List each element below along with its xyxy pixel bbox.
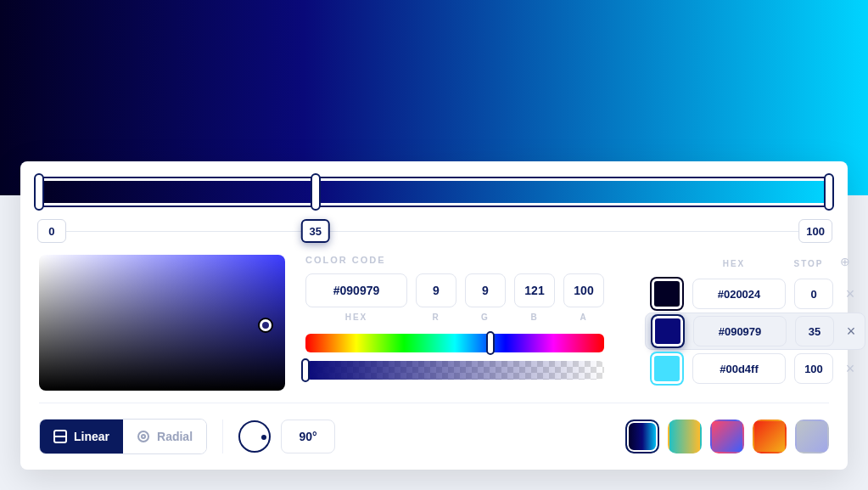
- ruler-marker-end[interactable]: 100: [798, 219, 832, 243]
- b-sublabel: B: [514, 313, 555, 322]
- gradient-handle-35[interactable]: [311, 173, 321, 211]
- hex-input[interactable]: #090979: [305, 273, 407, 307]
- bottom-divider-1: [222, 420, 223, 453]
- preset-3[interactable]: [753, 420, 787, 453]
- stop-pos-1[interactable]: 35: [795, 316, 834, 346]
- stop-ruler: 0 35 100: [39, 219, 829, 243]
- delete-stop-1[interactable]: ×: [843, 323, 860, 341]
- linear-icon: [53, 430, 67, 443]
- stop-pos-2[interactable]: 100: [794, 353, 833, 384]
- stop-row-2[interactable]: #00d4ff 100 ×: [645, 350, 865, 387]
- preset-2[interactable]: [710, 420, 744, 453]
- add-stop-button[interactable]: ⊕: [837, 255, 854, 268]
- radial-button[interactable]: Radial: [123, 420, 206, 453]
- stop-row-0[interactable]: #020024 0 ×: [645, 275, 865, 313]
- stop-hex-2[interactable]: #00d4ff: [692, 353, 786, 384]
- delete-stop-0[interactable]: ×: [842, 285, 859, 303]
- ruler-marker-start[interactable]: 0: [37, 219, 66, 243]
- delete-stop-2[interactable]: ×: [842, 360, 859, 378]
- preset-4[interactable]: [795, 420, 829, 453]
- sv-cursor[interactable]: [260, 319, 272, 331]
- hue-handle[interactable]: [486, 331, 495, 355]
- svg-point-2: [138, 431, 148, 442]
- hex-sublabel: HEX: [305, 313, 407, 322]
- ruler-line: [39, 231, 829, 232]
- angle-dial[interactable]: [238, 420, 271, 453]
- r-sublabel: R: [416, 313, 456, 322]
- editor-panel: 0 35 100 COLOR CODE #090979 9 9 121 100 …: [20, 161, 848, 470]
- r-input[interactable]: 9: [416, 273, 456, 307]
- angle-input[interactable]: 90°: [281, 420, 335, 453]
- linear-button[interactable]: Linear: [40, 420, 123, 453]
- linear-label: Linear: [74, 430, 109, 443]
- stop-swatch-0[interactable]: [650, 277, 684, 311]
- gradient-handle-0[interactable]: [34, 173, 44, 211]
- alpha-slider[interactable]: [305, 361, 604, 380]
- color-code-title: COLOR CODE: [305, 255, 604, 265]
- saturation-value-picker[interactable]: [39, 255, 285, 391]
- stop-hex-1[interactable]: #090979: [693, 316, 787, 346]
- radial-icon: [137, 430, 150, 443]
- ruler-marker-active[interactable]: 35: [301, 219, 330, 243]
- b-input[interactable]: 121: [514, 273, 555, 307]
- stops-header-stop: STOP: [789, 259, 828, 268]
- stop-row-1[interactable]: #090979 35 ×: [645, 313, 865, 350]
- stops-header-hex: HEX: [687, 259, 781, 268]
- gradient-type-toggle: Linear Radial: [39, 419, 207, 454]
- preset-0[interactable]: [625, 420, 659, 453]
- svg-point-3: [142, 435, 145, 438]
- gradient-stop-track[interactable]: [39, 177, 829, 207]
- a-sublabel: A: [563, 313, 604, 322]
- preset-1[interactable]: [668, 420, 702, 453]
- angle-dial-indicator: [261, 435, 266, 440]
- stop-swatch-1[interactable]: [651, 314, 685, 348]
- g-input[interactable]: 9: [465, 273, 506, 307]
- gradient-handle-100[interactable]: [824, 173, 834, 211]
- stop-hex-0[interactable]: #020024: [692, 279, 786, 309]
- gradient-track-fill: [39, 177, 829, 207]
- radial-label: Radial: [157, 430, 193, 443]
- g-sublabel: G: [465, 313, 506, 322]
- a-input[interactable]: 100: [563, 273, 604, 307]
- stop-swatch-2[interactable]: [650, 352, 684, 386]
- stop-pos-0[interactable]: 0: [794, 279, 833, 309]
- preset-swatches: [625, 420, 829, 453]
- hue-slider[interactable]: [305, 334, 604, 352]
- alpha-handle[interactable]: [301, 358, 310, 382]
